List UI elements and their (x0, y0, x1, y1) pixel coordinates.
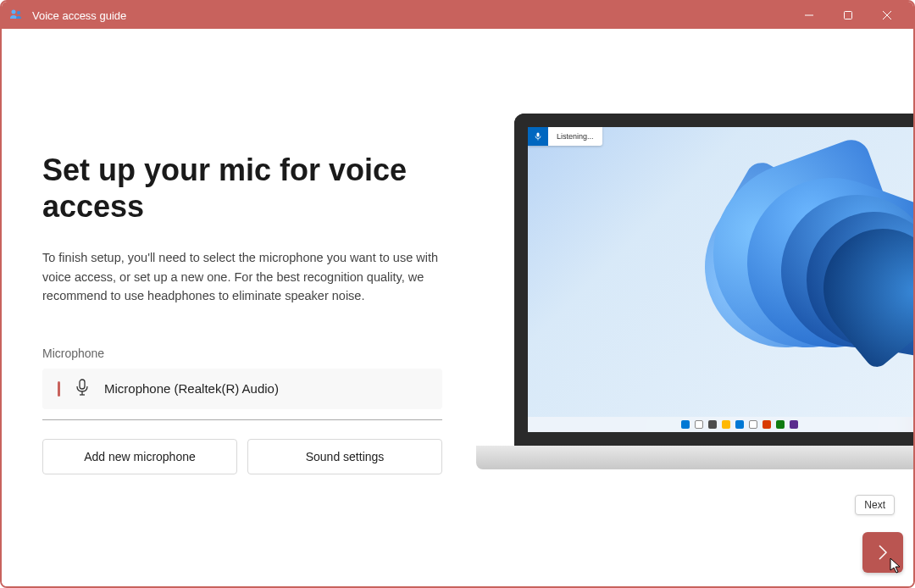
microphone-label: Microphone (42, 347, 459, 360)
voice-status-text: Listening... (548, 132, 602, 141)
svg-point-0 (12, 10, 16, 14)
edge-icon (735, 420, 744, 429)
sound-settings-button[interactable]: Sound settings (247, 439, 442, 474)
laptop-base (476, 446, 913, 469)
sound-settings-label: Sound settings (306, 450, 385, 463)
app-icon-1 (762, 420, 771, 429)
svg-rect-9 (537, 133, 540, 137)
add-microphone-button[interactable]: Add new microphone (42, 439, 237, 474)
taskview-icon (708, 420, 717, 429)
store-icon (749, 420, 757, 429)
bloom-graphic (679, 127, 913, 432)
next-button[interactable] (862, 532, 903, 573)
button-row: Add new microphone Sound settings (42, 439, 442, 474)
voice-mic-icon (528, 127, 548, 146)
titlebar: Voice access guide (2, 2, 913, 29)
content: Set up your mic for voice access To fini… (2, 29, 913, 586)
microphone-name: Microphone (Realtek(R) Audio) (104, 381, 279, 396)
microphone-selector[interactable]: Microphone (Realtek(R) Audio) (42, 369, 442, 409)
next-tooltip: Next (855, 495, 895, 515)
window-controls (790, 2, 907, 29)
search-icon (695, 420, 703, 429)
svg-rect-3 (845, 12, 852, 19)
preview-pane: Listening... (476, 29, 913, 586)
chevron-right-icon (877, 543, 889, 562)
setup-pane: Set up your mic for voice access To fini… (2, 29, 476, 586)
taskbar (528, 417, 913, 432)
add-microphone-label: Add new microphone (84, 450, 196, 463)
desktop-wallpaper: Listening... (528, 127, 913, 432)
page-heading: Set up your mic for voice access (42, 152, 459, 225)
close-button[interactable] (868, 2, 907, 29)
app-icon-2 (776, 420, 785, 429)
maximize-button[interactable] (829, 2, 868, 29)
app-icon-3 (790, 420, 798, 429)
minimize-button[interactable] (790, 2, 829, 29)
microphone-icon (75, 379, 89, 399)
window: Voice access guide Set up your mic for v… (0, 0, 915, 588)
voice-access-bar: Listening... (528, 127, 602, 146)
laptop-screen: Listening... (514, 114, 913, 446)
page-description: To finish setup, you'll need to select t… (42, 248, 449, 305)
explorer-icon (722, 420, 730, 429)
start-icon (681, 420, 690, 429)
window-title: Voice access guide (32, 9, 790, 22)
svg-point-1 (17, 11, 20, 14)
app-icon (8, 8, 24, 23)
svg-rect-6 (80, 380, 85, 389)
laptop-illustration: Listening... (476, 114, 913, 469)
selection-accent (58, 381, 60, 397)
divider (42, 419, 442, 420)
